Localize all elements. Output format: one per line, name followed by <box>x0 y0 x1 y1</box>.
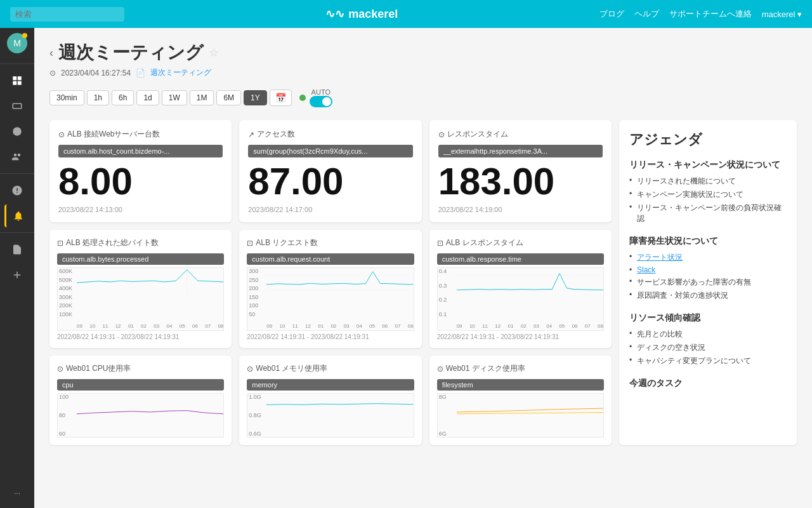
chart-svg-disk <box>457 394 603 416</box>
chart-card-cpu: ⊙ Web01 CPU使用率 cpu 1008060 <box>49 356 232 445</box>
svg-point-4 <box>13 127 22 136</box>
chart-metric-2: custom.alb.response.time <box>437 253 604 265</box>
chart-container-0: 600K500K400K300K200K100K 091011120102030… <box>57 267 224 331</box>
card-metric-0: custom.alb.host_count.bizdemo-... <box>58 145 223 157</box>
svg-rect-0 <box>13 76 16 80</box>
page-meta: ⊙ 2023/04/04 16:27:54 📄 週次ミーティング <box>49 67 797 78</box>
search-input[interactable] <box>10 7 124 22</box>
chart-y-0: 600K500K400K300K200K100K <box>59 268 72 318</box>
alert-link[interactable]: アラート状況 <box>637 253 683 262</box>
chart-svg-1 <box>266 268 413 297</box>
chart-container-disk: 8G6G <box>437 393 604 438</box>
agenda-list-1: アラート状況 Slack サービス影響があった障害の有無 原因調査・対策の進捗状… <box>629 251 787 302</box>
sidebar-divider <box>0 64 34 64</box>
green-dot <box>299 95 306 101</box>
chart-title-0: ⊡ ALB 処理された総バイト数 <box>57 237 224 248</box>
chart-container-2: 0.40.30.20.1 091011120102030405060708 <box>437 267 604 331</box>
agenda-card: アジェンダ リリース・キャンペーン状況について リリースされた機能について キャ… <box>619 120 797 445</box>
chart-card-responsetime: ⊡ ALB レスポンスタイム custom.alb.response.time … <box>429 230 612 348</box>
time-btn-6m[interactable]: 6M <box>216 90 241 105</box>
page-link[interactable]: 週次ミーティング <box>150 67 211 78</box>
auto-toggle-switch[interactable] <box>310 96 332 107</box>
time-btn-30min[interactable]: 30min <box>49 90 84 105</box>
agenda-section-2: リソース傾向確認 先月との比較 ディスクの空き状況 キャパシティ変更プランについ… <box>629 312 787 368</box>
topnav: ∿∿ mackerel ブログ ヘルプ サポートチームへ連絡 mackerel … <box>0 0 812 28</box>
svg-rect-3 <box>18 81 22 85</box>
time-btn-1y[interactable]: 1Y <box>244 90 267 105</box>
time-btn-1m[interactable]: 1M <box>190 90 214 105</box>
sidebar-item-roles[interactable] <box>4 145 30 168</box>
sidebar-item-monitors[interactable] <box>4 179 30 202</box>
chart-card-bytes: ⊡ ALB 処理された総バイト数 custom.alb.bytes.proces… <box>49 230 232 348</box>
chart-title-2: ⊡ ALB レスポンスタイム <box>437 237 604 248</box>
sidebar-item-hosts[interactable] <box>4 95 30 117</box>
card-title-1: ↗ アクセス数 <box>248 129 412 140</box>
agenda-section-3: 今週のタスク <box>629 378 787 389</box>
chart-metric-disk: filesystem <box>437 379 604 391</box>
main-content: ‹ 週次ミーティング ☆ ⊙ 2023/04/04 16:27:54 📄 週次ミ… <box>34 28 812 508</box>
notification-dot <box>22 33 27 38</box>
chart-icon-1: ⊡ <box>247 239 253 248</box>
time-btn-1d[interactable]: 1d <box>136 90 159 105</box>
auto-toggle[interactable]: AUTO <box>299 88 332 107</box>
blog-link[interactable]: ブログ <box>599 8 624 20</box>
support-link[interactable]: サポートチームへ連絡 <box>669 8 752 20</box>
chart-metric-1: custom.alb.request.count <box>247 253 414 265</box>
favorite-icon[interactable]: ☆ <box>209 46 219 60</box>
chart-svg-memory <box>266 394 413 416</box>
chart-metric-memory: memory <box>247 379 414 391</box>
list-item: 原因調査・対策の進捗状況 <box>629 289 787 302</box>
time-btn-1w[interactable]: 1W <box>162 90 187 105</box>
chart-svg-2 <box>457 268 603 297</box>
page-timestamp: 2023/04/04 16:27:54 <box>61 69 131 77</box>
agenda-title: アジェンダ <box>629 130 787 149</box>
chart-icon-0: ⊡ <box>57 239 63 248</box>
list-item: リリース・キャンペーン前後の負荷状況確認 <box>629 201 787 225</box>
agenda-section-title-0: リリース・キャンペーン状況について <box>629 159 787 171</box>
topnav-right: ブログ ヘルプ サポートチームへ連絡 mackerel ▾ <box>599 8 802 20</box>
sidebar-item-reports[interactable] <box>4 238 30 261</box>
chart-svg-cpu <box>77 394 223 416</box>
agenda-section-0: リリース・キャンペーン状況について リリースされた機能について キャンペーン実施… <box>629 159 787 225</box>
time-btn-1h[interactable]: 1h <box>87 90 109 105</box>
sidebar-item-alerts[interactable] <box>4 204 30 227</box>
calendar-button[interactable]: 📅 <box>270 90 292 106</box>
card-icon-0: ⊙ <box>58 130 65 139</box>
back-button[interactable]: ‹ <box>49 46 53 60</box>
list-item: リリースされた機能について <box>629 175 787 188</box>
card-icon-2: ⊙ <box>438 130 445 139</box>
avatar[interactable]: M <box>7 33 27 53</box>
chart-title-cpu: ⊙ Web01 CPU使用率 <box>57 363 224 374</box>
list-item: 先月との比較 <box>629 328 787 341</box>
time-btn-6h[interactable]: 6h <box>112 90 134 105</box>
card-title-0: ⊙ ALB 接続Webサーバー台数 <box>58 129 223 140</box>
card-value-1: 87.00 <box>248 163 412 201</box>
chart-y-1: 30025020015010050 <box>249 268 258 318</box>
slack-link[interactable]: Slack <box>637 265 655 274</box>
sidebar-item-services[interactable] <box>4 120 30 143</box>
chart-container-1: 30025020015010050 0910111201020304050607… <box>247 267 414 331</box>
svg-rect-2 <box>13 81 16 85</box>
user-menu[interactable]: mackerel ▾ <box>762 10 802 19</box>
clock-icon: ⊙ <box>49 69 56 77</box>
help-link[interactable]: ヘルプ <box>634 8 659 20</box>
chart-title-disk: ⊙ Web01 ディスク使用率 <box>437 363 604 374</box>
chart-metric-cpu: cpu <box>57 379 224 391</box>
metric-card-alb-hosts: ⊙ ALB 接続Webサーバー台数 custom.alb.host_count.… <box>49 120 232 222</box>
svg-rect-1 <box>18 76 22 80</box>
chart-card-memory: ⊙ Web01 メモリ使用率 memory 1.0G0.8G0.6G <box>239 356 421 445</box>
card-ts-2: 2023/08/22 14:19:00 <box>438 206 603 213</box>
chart-x-0: 091011120102030405060708 <box>77 323 223 329</box>
sidebar-item-dashboard[interactable] <box>4 69 30 92</box>
chart-y-memory: 1.0G0.8G0.6G <box>249 394 261 437</box>
agenda-list-0: リリースされた機能について キャンペーン実施状況について リリース・キャンペーン… <box>629 175 787 225</box>
card-title-2: ⊙ レスポンスタイム <box>438 129 603 140</box>
doc-icon: 📄 <box>136 69 145 77</box>
chart-y-disk: 8G6G <box>439 394 447 437</box>
chart-svg-0 <box>77 268 223 297</box>
metric-card-response: ⊙ レスポンスタイム __externalhttp.responsetime.3… <box>429 120 612 222</box>
list-item: サービス影響があった障害の有無 <box>629 276 787 289</box>
sidebar-item-more[interactable]: ... <box>4 480 30 503</box>
sidebar-item-add[interactable] <box>4 264 30 286</box>
agenda-section-title-3: 今週のタスク <box>629 378 787 389</box>
